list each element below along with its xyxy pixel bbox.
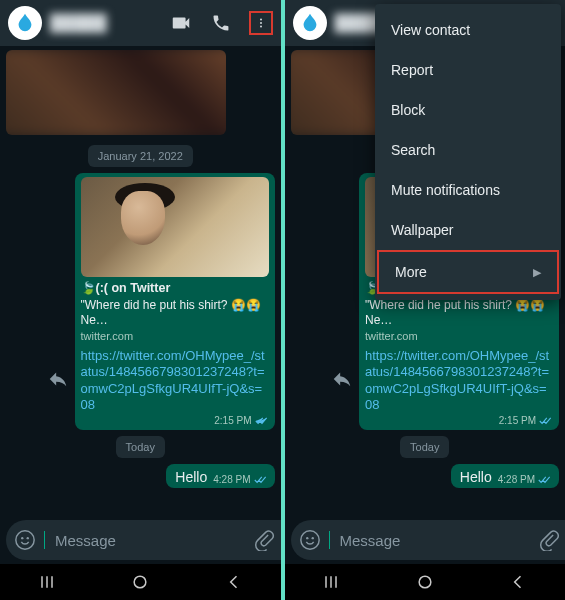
link-preview-bubble[interactable]: 🍃🍃(:( on Twitter(:( on Twitter "Where di… bbox=[75, 173, 275, 430]
menu-more[interactable]: More▶ bbox=[377, 250, 559, 294]
forward-icon[interactable] bbox=[47, 368, 69, 390]
menu-report[interactable]: Report bbox=[375, 50, 561, 90]
back-icon[interactable] bbox=[224, 572, 244, 592]
menu-mute[interactable]: Mute notifications bbox=[375, 170, 561, 210]
forward-icon[interactable] bbox=[331, 368, 353, 390]
input-bar bbox=[0, 516, 281, 564]
attach-icon[interactable] bbox=[538, 529, 560, 551]
input-bar bbox=[285, 516, 566, 564]
menu-wallpaper[interactable]: Wallpaper bbox=[375, 210, 561, 250]
preview-title: 🍃🍃(:( on Twitter(:( on Twitter bbox=[81, 281, 269, 296]
svg-point-3 bbox=[16, 531, 34, 549]
droplet-icon bbox=[14, 12, 36, 34]
android-nav bbox=[0, 564, 281, 600]
home-icon[interactable] bbox=[130, 572, 150, 592]
avatar[interactable] bbox=[8, 6, 42, 40]
date-separator: Today bbox=[400, 436, 449, 458]
menu-view-contact[interactable]: View contact bbox=[375, 10, 561, 50]
android-nav bbox=[285, 564, 566, 600]
message-row: Hello 4:28 PM bbox=[291, 464, 560, 488]
message-row: Hello 4:28 PM bbox=[6, 464, 275, 488]
svg-point-2 bbox=[260, 26, 262, 28]
preview-site: twitter.com bbox=[81, 330, 269, 342]
recents-icon[interactable] bbox=[321, 572, 341, 592]
read-ticks-icon bbox=[254, 475, 268, 485]
message-meta: 2:15 PM bbox=[81, 415, 269, 426]
read-ticks-icon bbox=[539, 416, 553, 426]
video-call-icon[interactable] bbox=[169, 11, 193, 35]
message-time: 2:15 PM bbox=[214, 415, 251, 426]
date-separator: January 21, 2022 bbox=[88, 145, 193, 167]
message-link[interactable]: https://twitter.com/OHMypee_/status/1484… bbox=[365, 348, 553, 413]
read-ticks-icon bbox=[538, 475, 552, 485]
preview-description: "Where did he put his shirt? 😭😭Ne… bbox=[81, 298, 269, 328]
text-bubble[interactable]: Hello 4:28 PM bbox=[451, 464, 559, 488]
contact-name[interactable]: █████ bbox=[50, 14, 153, 32]
message-meta: 2:15 PM bbox=[365, 415, 553, 426]
text-cursor bbox=[44, 531, 45, 549]
phone-right: █████ J 🍃(:( on Twitter "Where did he pu… bbox=[285, 0, 566, 600]
message-text: Hello bbox=[175, 469, 207, 485]
message-row: 🍃🍃(:( on Twitter(:( on Twitter "Where di… bbox=[6, 173, 275, 430]
emoji-icon[interactable] bbox=[299, 529, 321, 551]
message-field[interactable] bbox=[291, 520, 566, 560]
chat-scroll[interactable]: January 21, 2022 🍃🍃(:( on Twitter(:( on … bbox=[0, 46, 281, 516]
voice-call-icon[interactable] bbox=[209, 11, 233, 35]
image-message[interactable] bbox=[6, 50, 226, 135]
phone-left: █████ January 21, 2022 🍃🍃(:( on Twitter(… bbox=[0, 0, 281, 600]
message-text: Hello bbox=[460, 469, 492, 485]
chat-header: █████ bbox=[0, 0, 281, 46]
avatar[interactable] bbox=[293, 6, 327, 40]
menu-block[interactable]: Block bbox=[375, 90, 561, 130]
preview-site: twitter.com bbox=[365, 330, 553, 342]
message-input[interactable] bbox=[55, 532, 245, 549]
svg-point-1 bbox=[260, 22, 262, 24]
message-time: 4:28 PM bbox=[213, 474, 250, 485]
overflow-menu: View contact Report Block Search Mute no… bbox=[375, 4, 561, 300]
message-link[interactable]: https://twitter.com/OHMypee_/status/1484… bbox=[81, 348, 269, 413]
back-icon[interactable] bbox=[508, 572, 528, 592]
preview-description: "Where did he put his shirt? 😭😭Ne… bbox=[365, 298, 553, 328]
droplet-icon bbox=[299, 12, 321, 34]
message-time: 2:15 PM bbox=[499, 415, 536, 426]
svg-point-10 bbox=[311, 537, 313, 539]
chevron-right-icon: ▶ bbox=[533, 266, 541, 279]
text-bubble[interactable]: Hello 4:28 PM bbox=[166, 464, 274, 488]
svg-point-0 bbox=[260, 19, 262, 21]
message-input[interactable] bbox=[340, 532, 530, 549]
recents-icon[interactable] bbox=[37, 572, 57, 592]
message-time: 4:28 PM bbox=[498, 474, 535, 485]
svg-point-9 bbox=[306, 537, 308, 539]
emoji-icon[interactable] bbox=[14, 529, 36, 551]
read-ticks-icon bbox=[255, 416, 269, 426]
svg-point-8 bbox=[300, 531, 318, 549]
message-field[interactable] bbox=[6, 520, 281, 560]
attach-icon[interactable] bbox=[253, 529, 275, 551]
menu-search[interactable]: Search bbox=[375, 130, 561, 170]
date-separator: Today bbox=[116, 436, 165, 458]
svg-point-7 bbox=[134, 576, 146, 588]
svg-point-5 bbox=[27, 537, 29, 539]
home-icon[interactable] bbox=[415, 572, 435, 592]
preview-image bbox=[81, 177, 269, 277]
text-cursor bbox=[329, 531, 330, 549]
svg-point-12 bbox=[419, 576, 431, 588]
svg-point-4 bbox=[21, 537, 23, 539]
more-options-icon[interactable] bbox=[249, 11, 273, 35]
